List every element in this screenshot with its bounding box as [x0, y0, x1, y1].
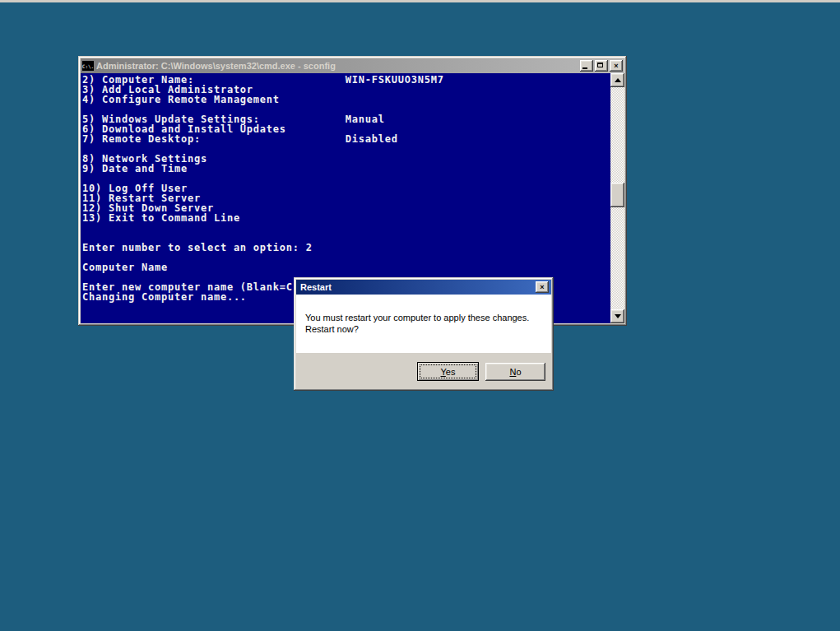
- maximize-button[interactable]: [595, 60, 608, 72]
- yes-button-accelerator: Y: [441, 367, 446, 377]
- restart-dialog-body: You must restart your computer to apply …: [296, 295, 551, 353]
- restart-message-line2: Restart now?: [305, 323, 543, 335]
- restart-message-line1: You must restart your computer to apply …: [305, 312, 543, 323]
- scroll-up-icon: [615, 78, 621, 82]
- minimize-button[interactable]: [580, 60, 593, 72]
- desktop: { "desktop": { "background_color": "#1D5…: [0, 0, 840, 631]
- minimize-icon: [582, 67, 587, 69]
- close-button[interactable]: ×: [610, 60, 623, 72]
- console-output[interactable]: 2) Computer Name: WIN-FSKUUO3N5M7 3) Add…: [82, 75, 444, 302]
- maximize-icon: [597, 63, 603, 67]
- scrollbar-up-button[interactable]: [610, 73, 624, 87]
- restart-dialog-titlebar[interactable]: Restart ×: [296, 280, 551, 295]
- console-scrollbar[interactable]: [610, 73, 624, 323]
- restart-dialog-title: Restart: [300, 280, 534, 295]
- yes-button[interactable]: Yes: [417, 362, 479, 381]
- console-titlebar[interactable]: C:\. Administrator: C:\Windows\system32\…: [81, 58, 624, 73]
- dialog-close-button[interactable]: ×: [536, 281, 549, 293]
- scrollbar-down-button[interactable]: [610, 309, 624, 323]
- yes-button-label: es: [446, 367, 456, 377]
- dialog-close-icon: ×: [540, 284, 544, 291]
- scroll-down-icon: [615, 314, 621, 318]
- scrollbar-thumb[interactable]: [610, 183, 624, 207]
- restart-dialog: Restart × You must restart your computer…: [294, 277, 554, 391]
- console-window-title: Administrator: C:\Windows\system32\cmd.e…: [96, 58, 578, 73]
- no-button[interactable]: No: [485, 363, 545, 381]
- cmd-icon: C:\.: [82, 61, 94, 71]
- no-button-label: o: [516, 367, 521, 377]
- screen-top-strip: [0, 0, 840, 2]
- close-icon: ×: [614, 63, 618, 70]
